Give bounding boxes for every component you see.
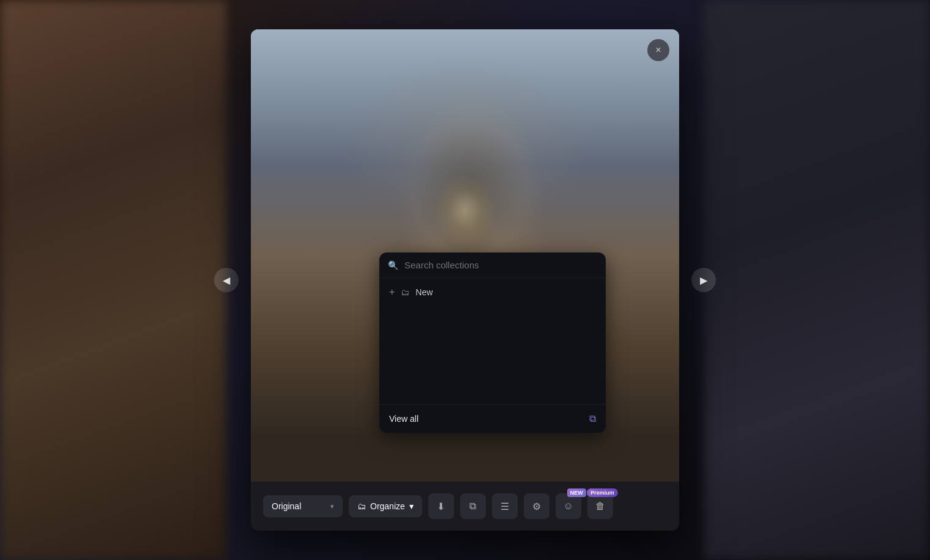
right-arrow-icon: ▶ [700, 274, 707, 286]
settings-icon: ⚙ [532, 501, 541, 512]
trash-icon: 🗑 [595, 501, 605, 512]
bg-left-panel [0, 0, 226, 560]
search-collections-input[interactable] [404, 260, 597, 270]
image-modal: × 🔍 + 🗂 New View all ⧉ [251, 29, 679, 531]
collections-dropdown: 🔍 + 🗂 New View all ⧉ [379, 252, 606, 433]
organize-folder-icon: 🗂 [357, 501, 366, 511]
close-button[interactable]: × [647, 39, 669, 61]
folder-icon: 🗂 [401, 287, 409, 297]
modal-wrapper: ◀ × 🔍 + 🗂 New [251, 29, 679, 531]
organize-label: Organize [370, 501, 405, 511]
new-collection-label: New [415, 287, 433, 297]
armor-highlight [434, 174, 496, 247]
organize-chevron: ▾ [409, 501, 414, 511]
premium-badge: Premium [587, 488, 618, 497]
plus-icon: + [389, 287, 395, 298]
bg-right-panel [704, 0, 930, 560]
prev-arrow[interactable]: ◀ [214, 268, 239, 292]
image-area: × 🔍 + 🗂 New View all ⧉ [251, 29, 679, 482]
organize-button[interactable]: 🗂 Organize ▾ [349, 495, 422, 517]
format-label: Original [272, 501, 301, 511]
format-dropdown[interactable]: Original ▾ [263, 495, 343, 517]
close-icon: × [655, 45, 661, 56]
settings-button[interactable]: ⚙ [524, 493, 549, 519]
download-button[interactable]: ⬇ [428, 493, 454, 519]
dropdown-empty-area [379, 306, 606, 404]
next-arrow[interactable]: ▶ [691, 268, 716, 292]
new-badge: NEW [567, 488, 586, 497]
copy-icon: ⧉ [469, 501, 476, 512]
face-icon: ☺ [564, 501, 573, 512]
external-link-icon[interactable]: ⧉ [589, 413, 596, 424]
dropdown-footer: View all ⧉ [379, 404, 606, 433]
new-collection-row[interactable]: + 🗂 New [379, 278, 606, 306]
copy-button[interactable]: ⧉ [460, 493, 486, 519]
search-icon: 🔍 [388, 260, 398, 270]
view-all-link[interactable]: View all [389, 414, 418, 424]
download-icon: ⬇ [437, 501, 445, 512]
lines-button[interactable]: ☰ [492, 493, 518, 519]
trash-button[interactable]: 🗑 Premium [587, 493, 613, 519]
format-chevron: ▾ [330, 503, 334, 510]
toolbar: Original ▾ 🗂 Organize ▾ ⬇ ⧉ ☰ ⚙ ☺ [251, 482, 679, 531]
left-arrow-icon: ◀ [223, 274, 230, 286]
face-button[interactable]: ☺ NEW [556, 493, 581, 519]
search-area: 🔍 [379, 252, 606, 278]
lines-icon: ☰ [500, 501, 509, 512]
